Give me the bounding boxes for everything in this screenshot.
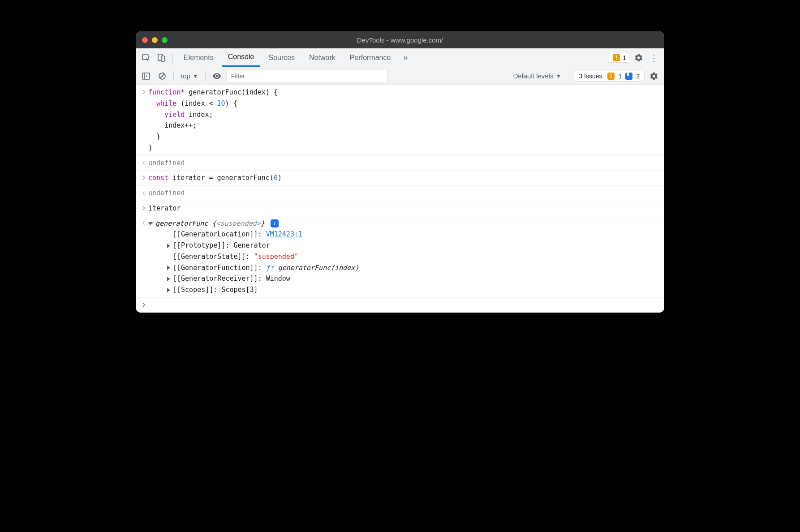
tab-strip: Elements Console Sources Network Perform… [136, 48, 664, 67]
info-icon: ▘ [625, 73, 632, 80]
console-output-row: undefined [136, 186, 664, 201]
separator [173, 71, 174, 81]
minimize-window-button[interactable] [152, 37, 158, 43]
object-property[interactable]: [[GeneratorLocation]]: VM12423:1 [148, 229, 660, 240]
console-output-row: generatorFunc {<suspended>} i [[Generato… [136, 216, 664, 297]
object-property[interactable]: [[GeneratorFunction]]: ƒ* generatorFunc(… [148, 262, 660, 274]
disclosure-triangle-icon[interactable] [167, 277, 170, 281]
issues-badge[interactable]: 3 Issues: ! 1 ▘ 2 [574, 71, 645, 82]
output-chevron-icon [139, 158, 148, 169]
context-label: top [181, 72, 190, 80]
console-input-row[interactable]: function* generatorFunc(index) { while (… [136, 85, 664, 156]
live-expression-icon[interactable] [210, 69, 224, 83]
code-block: function* generatorFunc(index) { while (… [148, 87, 660, 154]
console-body: function* generatorFunc(index) { while (… [136, 85, 664, 313]
separator [569, 71, 569, 81]
prompt-chevron-icon [139, 300, 148, 311]
warning-icon: ! [613, 54, 620, 61]
more-tabs-icon[interactable]: » [399, 51, 412, 64]
titlebar: DevTools - www.google.com/ [136, 31, 664, 48]
console-prompt-input[interactable] [148, 300, 660, 311]
input-chevron-icon [139, 87, 148, 154]
zoom-window-button[interactable] [162, 37, 168, 43]
log-levels-selector[interactable]: Default levels ▼ [509, 72, 564, 80]
disclosure-triangle-icon[interactable] [167, 266, 170, 270]
console-settings-icon[interactable] [647, 69, 661, 83]
inspect-element-icon[interactable] [139, 51, 153, 64]
svg-rect-2 [161, 56, 164, 61]
issues-label: 3 Issues: [579, 73, 604, 80]
console-input-row[interactable]: const iterator = generatorFunc(0) [136, 171, 664, 186]
code-block: const iterator = generatorFunc(0) [148, 172, 660, 184]
console-prompt-row[interactable] [136, 297, 664, 313]
object-property[interactable]: [[Scopes]]: Scopes[3] [148, 284, 660, 296]
output-value: undefined [148, 188, 660, 199]
warning-icon: ! [607, 73, 615, 80]
console-output-row: undefined [136, 156, 664, 171]
kebab-menu-icon[interactable]: ⋮ [647, 51, 661, 64]
issues-warn-count: 1 [618, 73, 622, 80]
tab-network[interactable]: Network [303, 48, 342, 67]
context-selector[interactable]: top ▼ [178, 72, 201, 80]
close-window-button[interactable] [142, 37, 148, 43]
levels-label: Default levels [513, 72, 553, 80]
dropdown-triangle-icon: ▼ [193, 73, 198, 79]
disclosure-triangle-icon[interactable] [167, 244, 170, 248]
disclosure-triangle-icon[interactable] [148, 222, 153, 225]
output-chevron-icon [139, 218, 148, 296]
separator [172, 53, 173, 63]
source-link[interactable]: VM12423:1 [266, 230, 302, 238]
warnings-badge[interactable]: ! 1 [609, 53, 630, 63]
filter-input[interactable] [226, 70, 387, 82]
tab-sources[interactable]: Sources [262, 48, 301, 67]
settings-icon[interactable] [632, 51, 645, 64]
object-inspector[interactable]: generatorFunc {<suspended>} i [[Generato… [148, 218, 660, 296]
devtools-window: DevTools - www.google.com/ Elements Cons… [136, 31, 664, 313]
object-property[interactable]: [[GeneratorReceiver]]: Window [148, 273, 660, 284]
disclosure-triangle-icon[interactable] [167, 288, 170, 292]
window-title: DevTools - www.google.com/ [136, 36, 664, 44]
clear-console-icon[interactable] [155, 69, 169, 83]
tab-elements[interactable]: Elements [177, 48, 220, 67]
output-value: undefined [148, 158, 660, 169]
info-icon[interactable]: i [271, 219, 279, 227]
object-property[interactable]: [[GeneratorState]]: "suspended" [148, 251, 660, 262]
object-property[interactable]: [[Prototype]]: Generator [148, 240, 660, 251]
object-name: generatorFunc [155, 219, 212, 227]
traffic-lights [142, 37, 168, 43]
input-chevron-icon [139, 203, 148, 214]
console-toolbar: top ▼ Default levels ▼ 3 Issues: ! 1 ▘ 2 [136, 67, 664, 85]
input-chevron-icon [139, 172, 148, 184]
object-header[interactable]: generatorFunc {<suspended>} i [148, 218, 660, 229]
console-input-row[interactable]: iterator [136, 201, 664, 216]
output-chevron-icon [139, 188, 148, 199]
separator [205, 71, 206, 81]
tab-performance[interactable]: Performance [344, 48, 397, 67]
warnings-count: 1 [623, 54, 626, 61]
code-block: iterator [148, 203, 660, 214]
dropdown-triangle-icon: ▼ [556, 73, 561, 79]
tab-console[interactable]: Console [222, 48, 261, 67]
issues-info-count: 2 [636, 73, 640, 80]
sidebar-toggle-icon[interactable] [139, 69, 153, 83]
device-toolbar-icon[interactable] [155, 51, 168, 64]
